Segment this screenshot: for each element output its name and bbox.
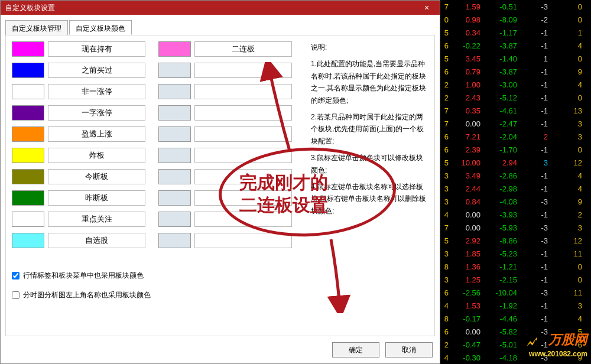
table-row[interactable]: 52.92-8.86-312 [440, 234, 591, 247]
block-label[interactable]: 自选股 [48, 233, 145, 248]
tab-manage[interactable]: 自定义板块管理 [5, 20, 68, 35]
table-row[interactable]: 30.84-4.08-39 [440, 195, 591, 208]
color-row-empty [158, 148, 305, 163]
block-label-empty[interactable] [194, 105, 292, 121]
table-row[interactable]: 70.35-4.61-113 [440, 104, 591, 117]
block-label[interactable]: 重点关注 [48, 212, 145, 227]
table-row[interactable]: 510.002.94312 [440, 156, 591, 169]
cell: -3 [517, 223, 548, 232]
checkbox-use-color-in-tabs[interactable] [12, 272, 20, 280]
checkbox-label: 分时图分析图左上角名称也采用板块颜色 [23, 290, 151, 300]
cell: -2.56 [449, 288, 480, 297]
color-swatch-empty[interactable] [158, 212, 191, 227]
cell: 3 [548, 119, 582, 128]
cell: -1.21 [480, 262, 517, 271]
cell: 7 [440, 119, 449, 128]
table-row[interactable]: 2-0.47-5.01-16 [440, 338, 591, 351]
table-row[interactable]: 70.00-5.93-33 [440, 221, 591, 234]
color-swatch-empty[interactable] [158, 84, 191, 99]
cell: 0.98 [449, 15, 480, 24]
table-row[interactable]: 31.85-5.23-111 [440, 247, 591, 260]
cell: -5.01 [480, 340, 517, 349]
block-label-empty[interactable] [194, 190, 292, 206]
color-swatch[interactable] [12, 126, 44, 142]
color-swatch-empty[interactable] [158, 63, 191, 78]
color-swatch[interactable] [12, 148, 44, 163]
table-row[interactable]: 67.21-2.0423 [440, 130, 591, 143]
table-row[interactable]: 40.00-3.93-12 [440, 208, 591, 221]
color-row: 今断板 [12, 169, 158, 184]
color-swatch[interactable] [12, 41, 44, 57]
table-row[interactable]: 22.43-5.12-10 [440, 91, 591, 104]
table-row[interactable]: 60.79-3.87-19 [440, 65, 591, 78]
cell: 2.43 [449, 93, 480, 102]
color-swatch[interactable] [12, 190, 44, 206]
cell: 8 [440, 262, 449, 271]
block-label[interactable]: 盈透上涨 [48, 126, 145, 142]
cell: 10.00 [449, 158, 480, 167]
color-swatch-empty[interactable] [158, 190, 191, 206]
table-row[interactable]: 00.98-8.09-20 [440, 13, 591, 26]
block-label[interactable]: 非一涨停 [48, 84, 145, 99]
table-row[interactable]: 60.00-5.82-35 [440, 325, 591, 338]
color-swatch-empty[interactable] [158, 126, 191, 142]
block-label[interactable]: 昨断板 [48, 190, 145, 206]
table-row[interactable]: 8-0.17-4.46-14 [440, 312, 591, 325]
block-label[interactable]: 炸板 [48, 148, 145, 163]
color-swatch[interactable] [12, 63, 44, 78]
color-swatch-empty[interactable] [158, 105, 191, 121]
color-swatch[interactable] [158, 41, 191, 57]
color-swatch[interactable] [12, 233, 44, 248]
table-row[interactable]: 50.34-1.17-11 [440, 26, 591, 39]
cell: 3 [548, 301, 582, 310]
close-button[interactable]: × [414, 1, 440, 15]
cell: 9 [548, 197, 582, 206]
table-row[interactable]: 71.59-0.51-30 [440, 0, 591, 13]
cell: -1 [517, 249, 548, 258]
color-swatch-empty[interactable] [158, 169, 191, 184]
color-column-b: 二连板 [158, 41, 305, 254]
block-label[interactable]: 之前买过 [48, 63, 145, 78]
tab-color[interactable]: 自定义板块颜色 [69, 20, 132, 35]
table-row[interactable]: 62.39-1.70-10 [440, 143, 591, 156]
block-label-empty[interactable] [194, 233, 292, 248]
table-row[interactable]: 4-0.30-4.18-39 [440, 351, 591, 364]
ok-button[interactable]: 确定 [332, 342, 379, 358]
cell: 1.00 [449, 80, 480, 89]
color-swatch[interactable] [12, 84, 44, 99]
color-swatch-empty[interactable] [158, 148, 191, 163]
table-row[interactable]: 33.49-2.86-14 [440, 169, 591, 182]
table-row[interactable]: 6-2.56-10.04-311 [440, 286, 591, 299]
color-swatch-empty[interactable] [158, 233, 191, 248]
cancel-button[interactable]: 取消 [385, 342, 433, 358]
table-row[interactable]: 21.00-3.00-14 [440, 78, 591, 91]
block-label-empty[interactable] [194, 84, 292, 99]
block-label-empty[interactable] [194, 212, 292, 227]
block-label[interactable]: 今断板 [48, 169, 145, 184]
cell: -3 [517, 2, 548, 11]
color-swatch[interactable] [12, 105, 44, 121]
color-row: 一字涨停 [12, 105, 158, 121]
table-row[interactable]: 81.36-1.21-10 [440, 260, 591, 273]
table-row[interactable]: 70.00-2.47-13 [440, 117, 591, 130]
color-swatch[interactable] [12, 169, 44, 184]
color-swatch[interactable] [12, 212, 44, 227]
table-row[interactable]: 41.53-1.92-13 [440, 299, 591, 312]
block-label-empty[interactable] [194, 169, 292, 184]
table-row[interactable]: 6-0.22-3.87-14 [440, 39, 591, 52]
cell: 2 [440, 340, 449, 349]
block-label-empty[interactable] [194, 148, 292, 163]
cell: 6 [440, 67, 449, 76]
block-label[interactable]: 一字涨停 [48, 105, 145, 121]
block-label-empty[interactable] [194, 126, 292, 142]
cell: 1.85 [449, 249, 480, 258]
checkbox-use-color-in-charts[interactable] [12, 291, 20, 299]
color-column-a: 现在持有之前买过非一涨停一字涨停盈透上涨炸板今断板昨断板重点关注自选股 [12, 41, 158, 254]
cell: -1 [517, 184, 548, 193]
block-label-empty[interactable] [194, 63, 292, 78]
block-label[interactable]: 二连板 [194, 41, 292, 57]
table-row[interactable]: 31.25-2.15-10 [440, 273, 591, 286]
table-row[interactable]: 32.44-2.98-14 [440, 182, 591, 195]
table-row[interactable]: 53.45-1.4010 [440, 52, 591, 65]
block-label[interactable]: 现在持有 [48, 41, 145, 57]
